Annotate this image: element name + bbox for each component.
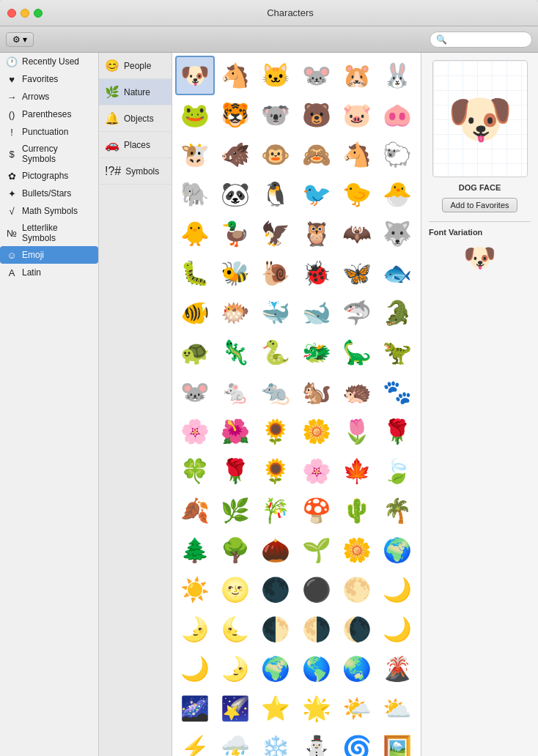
- emoji-cell[interactable]: 🐌: [256, 253, 295, 293]
- emoji-cell[interactable]: 🌻: [256, 451, 295, 491]
- emoji-cell[interactable]: 🐯: [215, 95, 255, 135]
- emoji-cell[interactable]: 🐲: [297, 333, 336, 372]
- emoji-cell[interactable]: 🐾: [377, 372, 417, 412]
- emoji-cell[interactable]: 🐗: [215, 135, 255, 174]
- emoji-cell[interactable]: 🌗: [297, 609, 336, 649]
- emoji-cell[interactable]: 🐱: [256, 56, 295, 95]
- emoji-cell[interactable]: 🐽: [377, 95, 417, 135]
- sidebar-item-parentheses[interactable]: () Parentheses: [0, 105, 98, 123]
- emoji-cell[interactable]: 🐛: [175, 253, 215, 293]
- category-objects[interactable]: 🔔 Objects: [99, 105, 172, 132]
- emoji-cell[interactable]: 🦔: [337, 372, 377, 412]
- emoji-cell[interactable]: 🌲: [175, 530, 215, 570]
- emoji-cell[interactable]: 🦅: [256, 214, 295, 253]
- add-to-favorites-button[interactable]: Add to Favorites: [442, 198, 517, 212]
- emoji-cell[interactable]: 🐤: [337, 174, 377, 214]
- emoji-cell[interactable]: 🌺: [215, 412, 255, 451]
- sidebar-item-currency-symbols[interactable]: $ Currency Symbols: [0, 141, 98, 167]
- emoji-cell[interactable]: 🦖: [377, 333, 417, 372]
- emoji-cell[interactable]: 🐑: [377, 135, 417, 174]
- emoji-cell[interactable]: 🌟: [297, 689, 336, 728]
- emoji-cell[interactable]: ❄️: [256, 728, 295, 756]
- emoji-cell[interactable]: ⛄: [297, 728, 336, 756]
- emoji-cell[interactable]: 🐴: [215, 56, 255, 95]
- emoji-cell[interactable]: ⛅: [377, 689, 417, 728]
- emoji-cell[interactable]: 🐟: [377, 253, 417, 293]
- emoji-cell[interactable]: 🌸: [297, 451, 336, 491]
- emoji-cell[interactable]: 🐁: [215, 372, 255, 412]
- emoji-cell[interactable]: 🌏: [337, 649, 377, 689]
- emoji-cell[interactable]: ⛈️: [215, 728, 255, 756]
- emoji-cell[interactable]: 🐺: [377, 214, 417, 253]
- emoji-cell[interactable]: 🐠: [175, 293, 215, 333]
- emoji-cell[interactable]: 🐨: [256, 95, 295, 135]
- emoji-cell[interactable]: 🍃: [377, 451, 417, 491]
- category-nature[interactable]: 🌿 Nature: [99, 79, 172, 105]
- emoji-cell[interactable]: 🌓: [256, 609, 295, 649]
- emoji-cell[interactable]: 🌛: [215, 649, 255, 689]
- emoji-cell[interactable]: 🖼️: [377, 728, 417, 756]
- emoji-cell[interactable]: 🐹: [337, 56, 377, 95]
- emoji-cell[interactable]: 🌹: [215, 451, 255, 491]
- emoji-cell[interactable]: 🐋: [297, 293, 336, 333]
- category-people[interactable]: 😊 People: [99, 53, 172, 79]
- emoji-cell[interactable]: 🦈: [337, 293, 377, 333]
- emoji-cell[interactable]: 🌍: [377, 530, 417, 570]
- emoji-cell[interactable]: 🦕: [337, 333, 377, 372]
- emoji-cell[interactable]: 🌿: [215, 491, 255, 530]
- emoji-cell[interactable]: ⚫: [297, 570, 336, 609]
- emoji-cell[interactable]: 🌋: [377, 649, 417, 689]
- emoji-cell[interactable]: 🙈: [297, 135, 336, 174]
- emoji-cell[interactable]: ⚡: [175, 728, 215, 756]
- emoji-cell[interactable]: 🦎: [215, 333, 255, 372]
- emoji-cell[interactable]: 🌕: [337, 570, 377, 609]
- search-input[interactable]: [430, 32, 532, 48]
- emoji-cell[interactable]: 🐘: [175, 174, 215, 214]
- sidebar-item-math-symbols[interactable]: √ Math Symbols: [0, 202, 98, 220]
- emoji-cell[interactable]: 🌤️: [337, 689, 377, 728]
- emoji-cell[interactable]: 🦋: [337, 253, 377, 293]
- category-places[interactable]: 🚗 Places: [99, 132, 172, 158]
- emoji-cell[interactable]: 🌑: [256, 570, 295, 609]
- emoji-cell[interactable]: 🌜: [215, 609, 255, 649]
- emoji-cell[interactable]: 🐧: [256, 174, 295, 214]
- close-button[interactable]: [7, 9, 16, 18]
- sidebar-item-bullets-stars[interactable]: ✦ Bullets/Stars: [0, 185, 98, 202]
- sidebar-item-recently-used[interactable]: 🕐 Recently Used: [0, 53, 98, 70]
- emoji-cell[interactable]: 🐢: [175, 333, 215, 372]
- emoji-cell[interactable]: 🌰: [256, 530, 295, 570]
- sidebar-item-favorites[interactable]: ♥ Favorites: [0, 70, 98, 88]
- emoji-cell[interactable]: 🐮: [175, 135, 215, 174]
- emoji-cell[interactable]: 🌀: [337, 728, 377, 756]
- emoji-cell[interactable]: 🍁: [337, 451, 377, 491]
- emoji-cell[interactable]: 🐴: [337, 135, 377, 174]
- emoji-cell[interactable]: 🌠: [215, 689, 255, 728]
- emoji-cell[interactable]: 🍀: [175, 451, 215, 491]
- emoji-cell[interactable]: 🦇: [337, 214, 377, 253]
- emoji-cell[interactable]: 🐭: [297, 56, 336, 95]
- sidebar-item-arrows[interactable]: → Arrows: [0, 88, 98, 105]
- emoji-cell[interactable]: 🌵: [337, 491, 377, 530]
- emoji-cell[interactable]: 🌌: [175, 689, 215, 728]
- font-variation-emoji[interactable]: 🐶: [463, 242, 496, 273]
- minimize-button[interactable]: [21, 9, 29, 18]
- emoji-cell[interactable]: 🌛: [175, 609, 215, 649]
- emoji-cell[interactable]: 🐭: [175, 372, 215, 412]
- sidebar-item-letterlike-symbols[interactable]: № Letterlike Symbols: [0, 220, 98, 246]
- emoji-cell[interactable]: 🐥: [175, 214, 215, 253]
- sidebar-item-punctuation[interactable]: ! Punctuation: [0, 123, 98, 141]
- emoji-cell[interactable]: 🌙: [377, 609, 417, 649]
- emoji-cell[interactable]: ⭐: [256, 689, 295, 728]
- emoji-cell[interactable]: 🌘: [337, 609, 377, 649]
- emoji-cell[interactable]: 🌎: [297, 649, 336, 689]
- emoji-cell[interactable]: 🌷: [337, 412, 377, 451]
- emoji-cell[interactable]: 🐼: [215, 174, 255, 214]
- emoji-cell[interactable]: 🐀: [256, 372, 295, 412]
- emoji-cell[interactable]: 🌙: [377, 570, 417, 609]
- emoji-cell[interactable]: 🐦: [297, 174, 336, 214]
- emoji-cell[interactable]: 🌼: [297, 412, 336, 451]
- emoji-cell[interactable]: 🌼: [337, 530, 377, 570]
- maximize-button[interactable]: [34, 9, 43, 18]
- emoji-cell[interactable]: 🐍: [256, 333, 295, 372]
- emoji-cell[interactable]: 🌻: [256, 412, 295, 451]
